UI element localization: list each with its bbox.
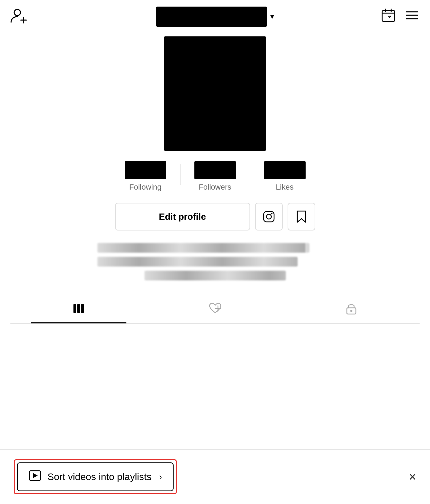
svg-marker-21 (33, 473, 38, 478)
stat-followers[interactable]: Followers (181, 161, 250, 192)
header-left (10, 7, 28, 26)
playlist-arrow-icon: › (159, 472, 162, 482)
add-user-icon (10, 7, 28, 25)
sort-playlists-label: Sort videos into playlists (47, 471, 151, 483)
tab-private[interactable] (283, 294, 420, 323)
header-center: ▾ (156, 7, 274, 27)
stats-row: Following Followers Likes (90, 161, 340, 192)
instagram-button[interactable] (255, 203, 283, 231)
chevron-down-icon[interactable]: ▾ (270, 12, 274, 21)
following-label: Following (129, 183, 161, 192)
svg-rect-10 (264, 211, 274, 222)
svg-point-11 (266, 214, 271, 219)
calendar-icon (381, 8, 396, 23)
followers-count (194, 161, 236, 179)
playlist-icon (29, 470, 41, 484)
followers-label: Followers (199, 183, 231, 192)
avatar (164, 36, 266, 151)
add-user-button[interactable] (10, 7, 28, 26)
bio-line-2 (97, 257, 298, 267)
sort-playlists-button[interactable]: Sort videos into playlists › (17, 462, 174, 491)
bio-line-1 (97, 243, 309, 253)
action-buttons: Edit profile (90, 203, 340, 231)
instagram-icon (263, 210, 275, 223)
playlist-banner-highlight: Sort videos into playlists › (14, 459, 177, 494)
bio-line-3 (144, 271, 286, 280)
bookmark-icon (296, 210, 307, 223)
username-bar (156, 7, 267, 27)
private-tab-icon (346, 302, 357, 318)
hamburger-icon (404, 8, 420, 23)
header-right (381, 8, 420, 26)
header: ▾ (0, 0, 430, 33)
bottom-banner: Sort videos into playlists › × (0, 449, 430, 504)
svg-rect-14 (77, 304, 80, 313)
tabs-row (10, 294, 420, 324)
edit-profile-button[interactable]: Edit profile (115, 203, 250, 231)
tab-favorites[interactable] (147, 294, 283, 323)
svg-rect-3 (382, 10, 395, 21)
svg-point-0 (14, 9, 20, 16)
likes-count (264, 161, 306, 179)
close-button[interactable]: × (409, 471, 416, 483)
following-count (125, 161, 166, 179)
svg-rect-13 (73, 304, 76, 313)
videos-tab-icon (72, 302, 85, 318)
stat-following[interactable]: Following (111, 161, 180, 192)
svg-point-12 (271, 213, 272, 215)
favorites-tab-icon (208, 302, 222, 318)
profile-section: Following Followers Likes Edit profile (0, 33, 430, 324)
edit-profile-label: Edit profile (159, 211, 206, 222)
bookmark-button[interactable] (288, 203, 315, 231)
tab-videos[interactable] (10, 294, 147, 323)
svg-point-19 (350, 310, 352, 312)
stat-likes[interactable]: Likes (250, 161, 319, 192)
bio-section (90, 243, 340, 280)
menu-button[interactable] (404, 8, 420, 26)
svg-rect-15 (81, 304, 84, 313)
calendar-button[interactable] (381, 8, 396, 26)
likes-label: Likes (276, 183, 293, 192)
